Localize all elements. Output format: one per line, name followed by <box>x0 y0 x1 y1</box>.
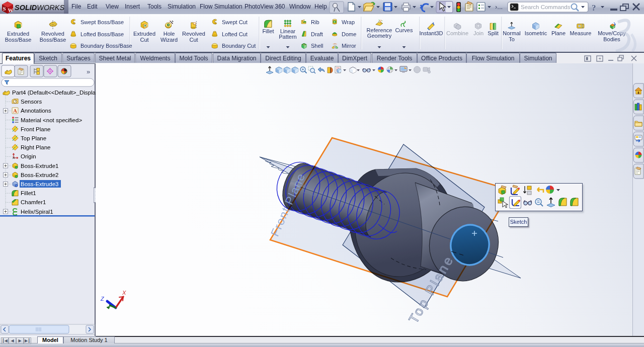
svg-text:Wrap: Wrap <box>342 19 355 25</box>
svg-text:?: ? <box>592 3 596 13</box>
svg-text:Wizard: Wizard <box>160 37 178 43</box>
svg-text:Cut: Cut <box>189 37 198 43</box>
svg-text:Pattern: Pattern <box>279 34 296 40</box>
svg-text:Boundary Cut: Boundary Cut <box>222 43 256 49</box>
svg-text:Cut: Cut <box>140 37 148 43</box>
svg-text:Lofted Boss/Base: Lofted Boss/Base <box>80 31 124 37</box>
svg-text:Measure: Measure <box>570 30 592 36</box>
svg-text:Lofted Cut: Lofted Cut <box>222 31 248 37</box>
svg-text:Shell: Shell <box>311 43 323 49</box>
svg-text:Chamfer1: Chamfer1 <box>21 199 46 205</box>
svg-text:»: » <box>87 68 90 75</box>
svg-text:SOLIDWORKS: SOLIDWORKS <box>15 4 64 12</box>
svg-text:Boss-Extrude1: Boss-Extrude1 <box>21 163 58 169</box>
svg-text:Combine: Combine <box>446 30 468 36</box>
svg-text:Search Commands: Search Commands <box>521 4 571 10</box>
svg-text:Boss-Extrude2: Boss-Extrude2 <box>21 172 58 178</box>
svg-text:Geometry: Geometry <box>367 33 392 39</box>
svg-text:Front Plane: Front Plane <box>21 126 50 132</box>
svg-text:›...: ›... <box>495 3 503 11</box>
svg-text:X: X <box>122 290 126 296</box>
svg-text:Mirror: Mirror <box>342 43 356 49</box>
svg-text:Swept Boss/Base: Swept Boss/Base <box>80 19 124 25</box>
svg-text:Fillet: Fillet <box>262 28 274 34</box>
svg-text:Dome: Dome <box>342 31 356 37</box>
svg-text:Boss-Extrude3: Boss-Extrude3 <box>21 181 58 187</box>
svg-text:Normal: Normal <box>503 30 520 36</box>
svg-text:Extruded: Extruded <box>133 31 155 37</box>
svg-text:Part4 (Default<<Default>_Disp: Part4 (Default<<Default>_Displa <box>12 90 96 96</box>
svg-text:Z: Z <box>100 296 105 302</box>
svg-text:Top Plane: Top Plane <box>21 135 46 141</box>
svg-text:Material <not specified>: Material <not specified> <box>21 117 82 123</box>
svg-text:S: S <box>3 6 6 12</box>
svg-text:Swept Cut: Swept Cut <box>222 19 248 25</box>
svg-text:To: To <box>509 36 515 42</box>
svg-text:Split: Split <box>488 30 498 36</box>
svg-text:Boundary Boss/Base: Boundary Boss/Base <box>80 43 132 49</box>
svg-text:Helix/Spiral1: Helix/Spiral1 <box>21 209 53 215</box>
svg-text:Annotations: Annotations <box>21 108 51 114</box>
svg-text:Right Plane: Right Plane <box>21 144 50 150</box>
svg-text:Bodies: Bodies <box>603 36 620 42</box>
svg-text:A: A <box>13 108 17 114</box>
svg-text:Revolved: Revolved <box>41 31 64 37</box>
svg-text:Rib: Rib <box>311 19 319 25</box>
svg-text:Boss/Base: Boss/Base <box>5 37 32 43</box>
svg-text:Plane: Plane <box>551 30 566 36</box>
svg-text:Extruded: Extruded <box>7 31 29 37</box>
svg-text:Hole: Hole <box>164 31 175 37</box>
svg-text:Join: Join <box>473 30 484 36</box>
svg-text:Fillet1: Fillet1 <box>21 190 36 196</box>
svg-text:Boss/Base: Boss/Base <box>40 37 66 43</box>
svg-text:Instant3D: Instant3D <box>419 30 443 36</box>
svg-text:B: B <box>334 21 336 23</box>
svg-text:Sensors: Sensors <box>21 99 42 105</box>
svg-text:Isometric: Isometric <box>525 30 547 36</box>
svg-text:W: W <box>8 7 14 13</box>
svg-text:Revolved: Revolved <box>182 31 205 37</box>
svg-text:Origin: Origin <box>21 153 36 159</box>
svg-text:Draft: Draft <box>311 31 323 37</box>
svg-text:Curves: Curves <box>395 27 413 33</box>
